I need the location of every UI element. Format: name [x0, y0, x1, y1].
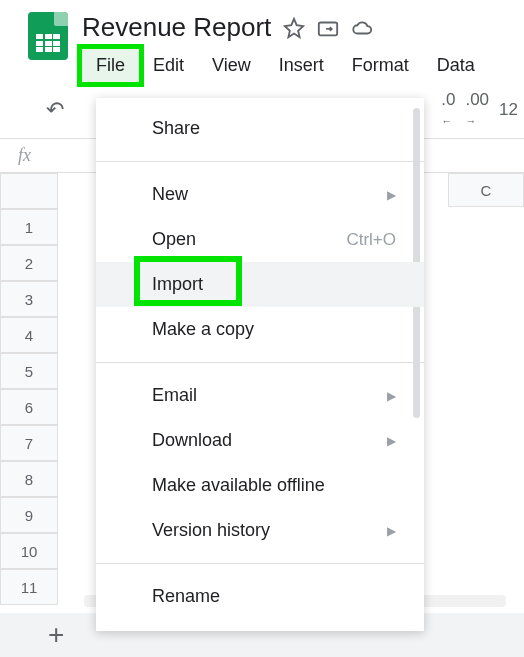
menu-format[interactable]: Format [338, 49, 423, 82]
submenu-arrow-icon: ▶ [387, 188, 396, 202]
menu-data[interactable]: Data [423, 49, 489, 82]
menu-item-offline[interactable]: Make available offline [96, 463, 424, 508]
font-size-value[interactable]: 12 [499, 100, 518, 120]
menu-view[interactable]: View [198, 49, 265, 82]
submenu-arrow-icon: ▶ [387, 389, 396, 403]
star-icon[interactable] [283, 17, 305, 39]
menu-divider [96, 362, 424, 363]
menu-item-download[interactable]: Download▶ [96, 418, 424, 463]
row-header[interactable]: 3 [0, 281, 58, 317]
cloud-status-icon[interactable] [351, 17, 373, 39]
menu-item-new[interactable]: New▶ [96, 172, 424, 217]
increase-decimal-button[interactable]: .00→ [465, 90, 489, 130]
menu-divider [96, 563, 424, 564]
row-header[interactable]: 5 [0, 353, 58, 389]
menu-item-email[interactable]: Email▶ [96, 373, 424, 418]
row-header[interactable]: 11 [0, 569, 58, 605]
menu-file[interactable]: File [82, 49, 139, 82]
row-header[interactable]: 2 [0, 245, 58, 281]
document-title[interactable]: Revenue Report [82, 12, 271, 43]
sheets-logo-icon[interactable] [28, 12, 68, 60]
menu-edit[interactable]: Edit [139, 49, 198, 82]
move-folder-icon[interactable] [317, 17, 339, 39]
menu-item-share[interactable]: Share [96, 106, 424, 151]
row-header[interactable]: 4 [0, 317, 58, 353]
formula-bar-label: fx [0, 145, 49, 166]
row-header[interactable]: 8 [0, 461, 58, 497]
submenu-arrow-icon: ▶ [387, 434, 396, 448]
decrease-decimal-button[interactable]: .0← [441, 90, 455, 130]
row-header[interactable]: 1 [0, 209, 58, 245]
add-sheet-button[interactable]: + [48, 619, 64, 651]
row-header[interactable]: 9 [0, 497, 58, 533]
menu-item-make-copy[interactable]: Make a copy [96, 307, 424, 352]
file-menu-dropdown: Share New▶ OpenCtrl+O Import Make a copy… [96, 98, 424, 631]
shortcut-label: Ctrl+O [346, 230, 396, 250]
submenu-arrow-icon: ▶ [387, 524, 396, 538]
menu-item-import[interactable]: Import [96, 262, 424, 307]
menu-divider [96, 161, 424, 162]
select-all-cell[interactable] [0, 173, 58, 209]
row-header[interactable]: 7 [0, 425, 58, 461]
undo-icon[interactable]: ↶ [46, 97, 64, 123]
row-header[interactable]: 10 [0, 533, 58, 569]
column-header-c[interactable]: C [448, 173, 524, 207]
menu-item-rename[interactable]: Rename [96, 574, 424, 619]
menu-item-open[interactable]: OpenCtrl+O [96, 217, 424, 262]
row-header[interactable]: 6 [0, 389, 58, 425]
menu-insert[interactable]: Insert [265, 49, 338, 82]
menu-item-version-history[interactable]: Version history▶ [96, 508, 424, 553]
